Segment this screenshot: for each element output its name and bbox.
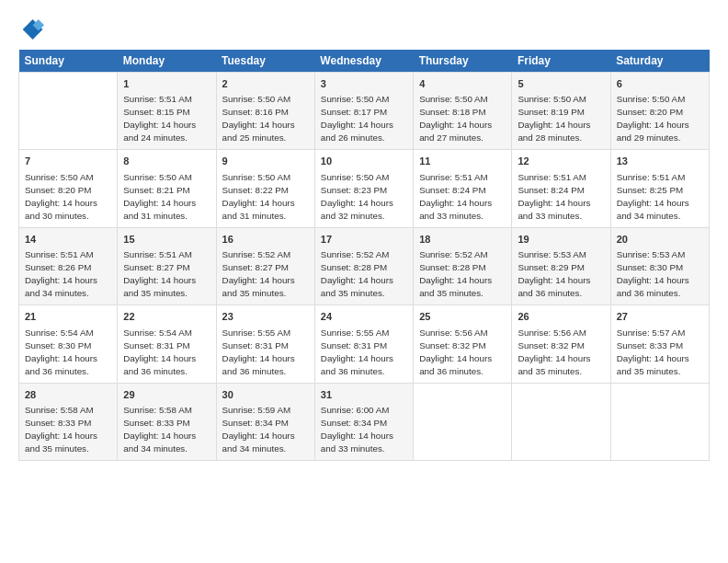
weekday-header-row: SundayMondayTuesdayWednesdayThursdayFrid…	[19, 50, 710, 73]
day-number: 7	[25, 155, 111, 168]
day-number: 5	[518, 77, 604, 91]
day-number: 25	[419, 310, 506, 324]
day-info: Sunrise: 5:53 AM Sunset: 8:30 PM Dayligh…	[617, 249, 689, 298]
day-number: 27	[617, 310, 703, 324]
day-number: 2	[222, 77, 309, 91]
day-number: 8	[123, 155, 210, 168]
calendar-cell	[414, 383, 512, 460]
calendar-cell: 11Sunrise: 5:51 AM Sunset: 8:24 PM Dayli…	[414, 150, 512, 227]
calendar-cell: 24Sunrise: 5:55 AM Sunset: 8:31 PM Dayli…	[314, 305, 413, 383]
day-number: 24	[321, 310, 407, 324]
day-info: Sunrise: 5:55 AM Sunset: 8:31 PM Dayligh…	[321, 327, 393, 376]
day-number: 17	[321, 233, 407, 247]
page: SundayMondayTuesdayWednesdayThursdayFrid…	[0, 0, 728, 563]
day-number: 14	[25, 233, 111, 247]
calendar-cell: 19Sunrise: 5:53 AM Sunset: 8:29 PM Dayli…	[512, 227, 610, 304]
day-number: 16	[222, 233, 309, 247]
day-info: Sunrise: 5:53 AM Sunset: 8:29 PM Dayligh…	[518, 249, 590, 298]
calendar-cell: 28Sunrise: 5:58 AM Sunset: 8:33 PM Dayli…	[19, 383, 118, 460]
calendar-cell: 2Sunrise: 5:50 AM Sunset: 8:16 PM Daylig…	[216, 73, 314, 150]
day-info: Sunrise: 5:50 AM Sunset: 8:20 PM Dayligh…	[25, 172, 97, 221]
calendar-cell: 4Sunrise: 5:50 AM Sunset: 8:18 PM Daylig…	[414, 73, 512, 150]
calendar-cell: 8Sunrise: 5:50 AM Sunset: 8:21 PM Daylig…	[118, 150, 216, 227]
weekday-header-sunday: Sunday	[19, 50, 118, 73]
day-info: Sunrise: 5:52 AM Sunset: 8:27 PM Dayligh…	[222, 249, 295, 298]
day-info: Sunrise: 5:52 AM Sunset: 8:28 PM Dayligh…	[321, 249, 393, 298]
header	[18, 17, 710, 42]
calendar-cell: 16Sunrise: 5:52 AM Sunset: 8:27 PM Dayli…	[216, 227, 314, 304]
day-number: 12	[518, 155, 604, 168]
day-number: 6	[617, 77, 703, 91]
calendar-cell: 22Sunrise: 5:54 AM Sunset: 8:31 PM Dayli…	[118, 305, 216, 383]
day-info: Sunrise: 5:50 AM Sunset: 8:23 PM Dayligh…	[321, 172, 393, 221]
calendar-cell: 20Sunrise: 5:53 AM Sunset: 8:30 PM Dayli…	[610, 227, 709, 304]
day-info: Sunrise: 5:50 AM Sunset: 8:18 PM Dayligh…	[419, 94, 492, 143]
calendar-cell	[19, 73, 118, 150]
calendar-cell: 30Sunrise: 5:59 AM Sunset: 8:34 PM Dayli…	[216, 383, 314, 460]
weekday-header-tuesday: Tuesday	[216, 50, 314, 73]
calendar-table: SundayMondayTuesdayWednesdayThursdayFrid…	[18, 50, 710, 461]
weekday-header-wednesday: Wednesday	[314, 50, 413, 73]
calendar-header: SundayMondayTuesdayWednesdayThursdayFrid…	[19, 50, 710, 73]
day-info: Sunrise: 5:50 AM Sunset: 8:22 PM Dayligh…	[222, 172, 295, 221]
day-info: Sunrise: 5:51 AM Sunset: 8:25 PM Dayligh…	[617, 172, 689, 221]
calendar-cell: 6Sunrise: 5:50 AM Sunset: 8:20 PM Daylig…	[610, 73, 709, 150]
day-number: 23	[222, 310, 309, 324]
day-number: 1	[123, 77, 210, 91]
day-info: Sunrise: 5:51 AM Sunset: 8:26 PM Dayligh…	[25, 249, 97, 298]
day-number: 3	[321, 77, 407, 91]
day-number: 19	[518, 233, 604, 247]
calendar-week-4: 21Sunrise: 5:54 AM Sunset: 8:30 PM Dayli…	[19, 305, 710, 383]
calendar-week-5: 28Sunrise: 5:58 AM Sunset: 8:33 PM Dayli…	[19, 383, 710, 460]
calendar-body: 1Sunrise: 5:51 AM Sunset: 8:15 PM Daylig…	[19, 73, 710, 461]
calendar-cell: 13Sunrise: 5:51 AM Sunset: 8:25 PM Dayli…	[610, 150, 709, 227]
calendar-cell: 9Sunrise: 5:50 AM Sunset: 8:22 PM Daylig…	[216, 150, 314, 227]
calendar-cell: 7Sunrise: 5:50 AM Sunset: 8:20 PM Daylig…	[19, 150, 118, 227]
calendar-cell: 5Sunrise: 5:50 AM Sunset: 8:19 PM Daylig…	[512, 73, 610, 150]
calendar-cell: 21Sunrise: 5:54 AM Sunset: 8:30 PM Dayli…	[19, 305, 118, 383]
calendar-cell: 23Sunrise: 5:55 AM Sunset: 8:31 PM Dayli…	[216, 305, 314, 383]
logo	[18, 17, 48, 42]
day-number: 10	[321, 155, 407, 168]
day-info: Sunrise: 5:50 AM Sunset: 8:21 PM Dayligh…	[123, 172, 196, 221]
calendar-cell: 14Sunrise: 5:51 AM Sunset: 8:26 PM Dayli…	[19, 227, 118, 304]
calendar-cell: 27Sunrise: 5:57 AM Sunset: 8:33 PM Dayli…	[610, 305, 709, 383]
calendar-cell: 29Sunrise: 5:58 AM Sunset: 8:33 PM Dayli…	[118, 383, 216, 460]
day-info: Sunrise: 5:50 AM Sunset: 8:17 PM Dayligh…	[321, 94, 393, 143]
day-info: Sunrise: 5:51 AM Sunset: 8:24 PM Dayligh…	[419, 172, 492, 221]
day-number: 22	[123, 310, 210, 324]
day-number: 30	[222, 388, 309, 402]
calendar-week-1: 1Sunrise: 5:51 AM Sunset: 8:15 PM Daylig…	[19, 73, 710, 150]
calendar-cell: 26Sunrise: 5:56 AM Sunset: 8:32 PM Dayli…	[512, 305, 610, 383]
day-number: 28	[25, 388, 111, 402]
day-number: 31	[321, 388, 407, 402]
day-info: Sunrise: 5:51 AM Sunset: 8:15 PM Dayligh…	[123, 94, 196, 143]
day-info: Sunrise: 5:57 AM Sunset: 8:33 PM Dayligh…	[617, 327, 689, 376]
day-number: 21	[25, 310, 111, 324]
day-number: 18	[419, 233, 506, 247]
day-info: Sunrise: 5:56 AM Sunset: 8:32 PM Dayligh…	[518, 327, 590, 376]
day-info: Sunrise: 5:58 AM Sunset: 8:33 PM Dayligh…	[25, 405, 97, 454]
weekday-header-thursday: Thursday	[414, 50, 512, 73]
day-number: 9	[222, 155, 309, 168]
day-info: Sunrise: 5:50 AM Sunset: 8:20 PM Dayligh…	[617, 94, 689, 143]
day-info: Sunrise: 5:54 AM Sunset: 8:30 PM Dayligh…	[25, 327, 97, 376]
day-info: Sunrise: 5:58 AM Sunset: 8:33 PM Dayligh…	[123, 405, 196, 454]
calendar-week-3: 14Sunrise: 5:51 AM Sunset: 8:26 PM Dayli…	[19, 227, 710, 304]
calendar-cell: 12Sunrise: 5:51 AM Sunset: 8:24 PM Dayli…	[512, 150, 610, 227]
weekday-header-saturday: Saturday	[610, 50, 709, 73]
day-info: Sunrise: 5:51 AM Sunset: 8:27 PM Dayligh…	[123, 249, 196, 298]
day-info: Sunrise: 5:55 AM Sunset: 8:31 PM Dayligh…	[222, 327, 295, 376]
day-number: 29	[123, 388, 210, 402]
day-number: 26	[518, 310, 604, 324]
calendar-week-2: 7Sunrise: 5:50 AM Sunset: 8:20 PM Daylig…	[19, 150, 710, 227]
day-info: Sunrise: 5:51 AM Sunset: 8:24 PM Dayligh…	[518, 172, 590, 221]
weekday-header-monday: Monday	[118, 50, 216, 73]
day-number: 20	[617, 233, 703, 247]
day-info: Sunrise: 5:50 AM Sunset: 8:19 PM Dayligh…	[518, 94, 590, 143]
day-info: Sunrise: 5:59 AM Sunset: 8:34 PM Dayligh…	[222, 405, 295, 454]
day-number: 13	[617, 155, 703, 168]
calendar-cell: 18Sunrise: 5:52 AM Sunset: 8:28 PM Dayli…	[414, 227, 512, 304]
calendar-cell: 15Sunrise: 5:51 AM Sunset: 8:27 PM Dayli…	[118, 227, 216, 304]
calendar-cell: 3Sunrise: 5:50 AM Sunset: 8:17 PM Daylig…	[314, 73, 413, 150]
